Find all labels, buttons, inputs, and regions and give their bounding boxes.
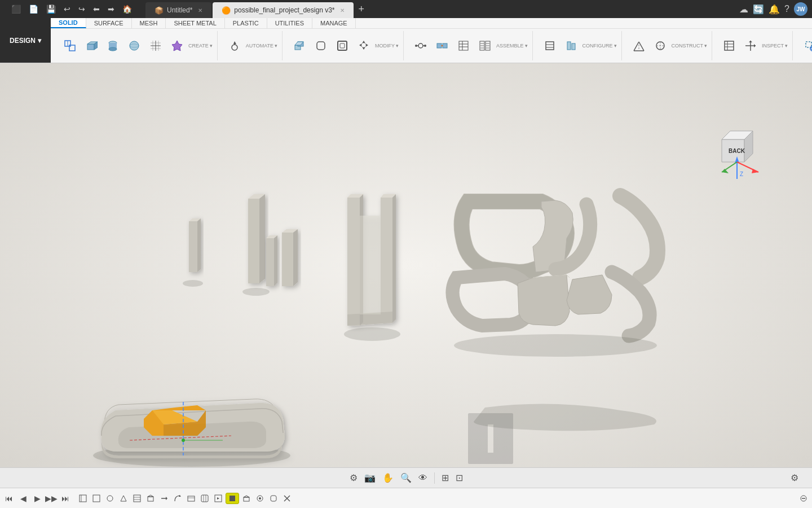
tab-manage[interactable]: MANAGE — [312, 18, 356, 28]
automate-btn[interactable] — [224, 38, 245, 53]
svg-rect-116 — [80, 495, 86, 502]
tab-final-close[interactable]: ✕ — [340, 7, 345, 14]
file-icon[interactable]: 📄 — [27, 3, 41, 15]
tab-mesh[interactable]: MESH — [132, 18, 166, 28]
cloud-icon[interactable]: ☁ — [739, 4, 748, 15]
tab-possible-final[interactable]: 🟠 possible_final_project_design v3* ✕ — [213, 2, 354, 18]
svg-line-52 — [634, 42, 639, 51]
status-pan-icon[interactable]: ✋ — [380, 471, 396, 484]
insert-btn1[interactable] — [800, 38, 812, 53]
go-prev-btn[interactable]: ◀ — [16, 492, 30, 505]
timeline-nav: ⏮ ◀ ▶ ▶▶ ⏭ — [2, 492, 72, 505]
timeline-item-7[interactable] — [158, 493, 170, 503]
timeline-item-10[interactable] — [198, 493, 211, 503]
bom-btn[interactable] — [453, 38, 474, 53]
svg-point-119 — [107, 496, 113, 501]
configure-btn1[interactable] — [540, 38, 560, 53]
inspect-arrow: ▾ — [785, 43, 788, 49]
new-tab-button[interactable]: + — [355, 1, 368, 17]
timeline-item-9[interactable] — [185, 493, 197, 503]
create-special-btn[interactable] — [167, 38, 187, 53]
go-next-btn[interactable]: ▶ — [30, 492, 44, 505]
automate-arrow: ▾ — [275, 43, 277, 49]
timeline-item-16[interactable] — [281, 493, 293, 503]
cylinder-btn[interactable] — [103, 38, 123, 53]
shell-btn[interactable] — [332, 38, 352, 53]
box-btn[interactable] — [81, 38, 102, 53]
construct-btn2[interactable] — [650, 38, 670, 53]
timeline-item-8[interactable] — [171, 493, 184, 503]
svg-marker-125 — [148, 495, 153, 497]
status-camera-icon[interactable]: 📷 — [362, 471, 378, 484]
notifications-icon[interactable]: 🔔 — [769, 4, 780, 15]
rigid-group-btn[interactable] — [432, 38, 452, 53]
status-view-icon[interactable]: 👁 — [416, 472, 430, 484]
enable-contact-btn[interactable] — [475, 38, 495, 53]
svg-rect-32 — [437, 43, 442, 48]
timeline-item-11[interactable] — [212, 493, 224, 503]
sync-icon[interactable]: 🔄 — [753, 4, 764, 15]
push-pull-btn[interactable] — [289, 38, 310, 53]
inspect-btn1[interactable] — [719, 38, 739, 53]
home-icon[interactable]: 🏠 — [120, 3, 134, 15]
svg-marker-78 — [248, 199, 259, 283]
svg-marker-94 — [360, 216, 381, 314]
toolbar: DESIGN ▾ SOLID SURFACE MESH SHEET METAL … — [0, 18, 812, 63]
forward-icon[interactable]: ➡ — [105, 3, 117, 15]
design-arrow: ▾ — [38, 37, 41, 45]
svg-marker-84 — [282, 233, 293, 286]
configure-btn2[interactable] — [561, 38, 581, 53]
app-menu-icon[interactable]: ⬛ — [9, 3, 23, 15]
timeline-item-1[interactable] — [77, 493, 89, 503]
status-zoom-icon[interactable]: 🔍 — [398, 471, 414, 484]
svg-rect-3 — [87, 44, 94, 50]
fillet-btn[interactable] — [311, 38, 331, 53]
tab-sheet-metal[interactable]: SHEET METAL — [166, 18, 224, 28]
grid-btn[interactable] — [145, 38, 166, 53]
timeline-item-active[interactable] — [226, 493, 239, 504]
go-end-btn[interactable]: ⏭ — [59, 492, 72, 505]
user-avatar[interactable]: JW — [794, 2, 807, 16]
save-icon[interactable]: 💾 — [44, 3, 58, 15]
timeline-item-2[interactable] — [90, 493, 103, 503]
sphere-btn[interactable] — [124, 38, 144, 53]
tab-untitled[interactable]: 📦 Untitled* ✕ — [145, 2, 211, 18]
svg-rect-23 — [317, 42, 325, 50]
undo-icon[interactable]: ↩ — [61, 3, 73, 15]
design-button[interactable]: DESIGN ▾ — [0, 18, 51, 63]
go-start-btn[interactable]: ⏮ — [2, 492, 16, 505]
timeline-item-3[interactable] — [104, 493, 116, 503]
tab-utilities[interactable]: UTILITIES — [267, 18, 312, 28]
status-grid-icon[interactable]: ⊞ — [439, 471, 451, 484]
move-btn[interactable] — [354, 38, 374, 53]
help-icon[interactable]: ? — [784, 4, 789, 14]
statusbar: ⚙ 📷 ✋ 🔍 👁 ⊞ ⊡ ⚙ — [0, 467, 812, 488]
tab-surface[interactable]: SURFACE — [86, 18, 132, 28]
tab-solid[interactable]: SOLID — [51, 18, 86, 28]
tab-plastic[interactable]: PLASTIC — [225, 18, 267, 28]
timeline-item-14[interactable] — [254, 493, 266, 503]
svg-point-8 — [109, 47, 117, 51]
viewport[interactable]: BACK Z — [0, 63, 812, 467]
timeline-item-4[interactable] — [117, 493, 130, 503]
new-component-btn[interactable] — [60, 38, 80, 53]
construct-btn1[interactable] — [629, 38, 649, 53]
timeline-item-15[interactable] — [267, 493, 280, 503]
inspect-btn2[interactable] — [740, 38, 761, 53]
settings-icon[interactable]: ⚙ — [788, 471, 801, 484]
status-orbit-icon[interactable]: ⚙ — [347, 471, 360, 484]
timeline-item-6[interactable] — [144, 493, 157, 503]
tab-untitled-close[interactable]: ✕ — [198, 7, 202, 14]
pillar-5-shadow — [344, 327, 400, 341]
timeline-item-5[interactable] — [131, 493, 143, 503]
svg-rect-35 — [459, 41, 468, 50]
back-icon[interactable]: ⬅ — [91, 3, 102, 15]
toolbar-file-icons: ⬛ 📄 💾 ↩ ↪ ⬅ ➡ 🏠 — [9, 3, 134, 15]
redo-icon[interactable]: ↪ — [76, 3, 87, 15]
timeline-item-13[interactable] — [240, 493, 253, 503]
timeline-end-icon[interactable] — [797, 493, 810, 503]
go-next-fast-btn[interactable]: ▶▶ — [45, 492, 58, 505]
tab-untitled-icon: 📦 — [155, 6, 164, 15]
status-layout-icon[interactable]: ⊡ — [453, 471, 465, 484]
joint-btn[interactable] — [411, 38, 431, 53]
